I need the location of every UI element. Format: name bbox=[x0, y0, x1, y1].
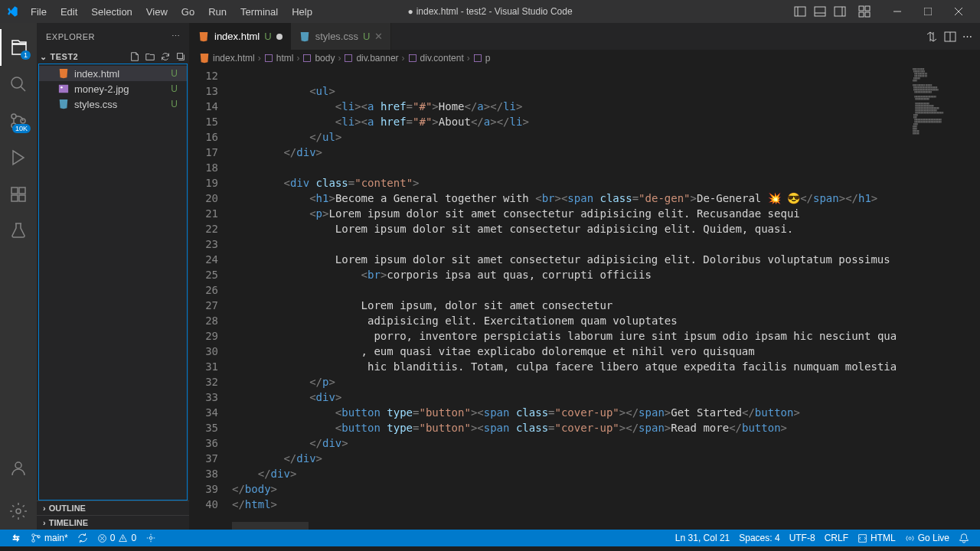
code-line[interactable]: hic blanditiis. Totam, culpa facere libe… bbox=[232, 359, 980, 374]
code-line[interactable]: <div> bbox=[232, 390, 980, 405]
layout-left-icon[interactable] bbox=[792, 3, 808, 20]
remote-indicator[interactable] bbox=[6, 533, 26, 543]
line-number: 27 bbox=[190, 298, 218, 313]
problems[interactable]: 0 0 bbox=[93, 533, 141, 543]
notifications-icon[interactable] bbox=[954, 533, 974, 543]
code-line[interactable]: porro, inventore perspiciatis laborum iu… bbox=[232, 328, 980, 344]
file-status: U bbox=[171, 68, 181, 79]
run-debug-tab[interactable] bbox=[0, 139, 37, 176]
menu-file[interactable]: File bbox=[24, 3, 53, 21]
code-line[interactable]: Lorem ipsum, dolor sit amet consectetur bbox=[232, 298, 980, 313]
language-mode[interactable]: HTML bbox=[853, 533, 900, 543]
layout-bottom-icon[interactable] bbox=[812, 3, 828, 20]
minimap[interactable]: ████ ██ ████ ██████ ████ ███ ██████ ██ █… bbox=[911, 67, 980, 220]
outline-section[interactable]: ›OUTLINE bbox=[37, 500, 189, 515]
breadcrumb-item[interactable]: body bbox=[302, 53, 335, 64]
horizontal-scrollbar[interactable] bbox=[232, 522, 309, 530]
code-content[interactable]: <ul> <li><a href="#">Home</a></li> <li><… bbox=[232, 67, 980, 530]
timeline-section[interactable]: ›TIMELINE bbox=[37, 515, 189, 530]
modified-dot-icon[interactable] bbox=[276, 34, 283, 40]
file-item-index-html[interactable]: index.htmlU bbox=[39, 66, 187, 81]
vscode-logo-icon bbox=[6, 5, 18, 18]
line-number: 19 bbox=[190, 175, 218, 191]
split-editor-icon[interactable] bbox=[944, 31, 956, 43]
menu-go[interactable]: Go bbox=[175, 3, 201, 21]
code-line[interactable]: </div> bbox=[232, 451, 980, 466]
tab-styles-css[interactable]: styles.cssU✕ bbox=[291, 23, 392, 50]
eol[interactable]: CRLF bbox=[820, 533, 853, 543]
menu-run[interactable]: Run bbox=[202, 3, 233, 21]
code-line[interactable]: <h1>Become a General together with <br><… bbox=[232, 191, 980, 206]
sync-icon[interactable] bbox=[73, 533, 93, 543]
code-line[interactable]: <li><a href="#">About</a></li> bbox=[232, 114, 980, 129]
refresh-icon[interactable] bbox=[160, 51, 171, 62]
timeline-label: TIMELINE bbox=[49, 518, 88, 527]
code-line[interactable]: <ul> bbox=[232, 83, 980, 99]
go-live[interactable]: Go Live bbox=[900, 533, 954, 543]
extensions-tab[interactable] bbox=[0, 176, 37, 213]
sidebar-more-icon[interactable]: ⋯ bbox=[172, 31, 181, 41]
code-line[interactable]: adipisicing elit. Exercitationem quam vo… bbox=[232, 313, 980, 328]
settings-gear-icon[interactable] bbox=[0, 493, 37, 530]
breadcrumb-item[interactable]: html bbox=[264, 53, 294, 64]
file-item-styles-css[interactable]: styles.cssU bbox=[39, 96, 187, 112]
code-line[interactable]: </p> bbox=[232, 374, 980, 390]
breadcrumb-item[interactable]: div.content bbox=[408, 53, 464, 64]
chevron-right-icon: › bbox=[402, 53, 405, 64]
code-line[interactable]: <button type="button"><span class="cover… bbox=[232, 405, 980, 420]
minimize-button[interactable] bbox=[882, 0, 913, 23]
code-line[interactable]: <div class="content"> bbox=[232, 175, 980, 191]
ports-icon[interactable] bbox=[141, 533, 161, 543]
menu-edit[interactable]: Edit bbox=[54, 3, 83, 21]
source-control-tab[interactable]: 10K bbox=[0, 103, 37, 139]
breadcrumb-item[interactable]: index.html bbox=[199, 53, 255, 64]
more-icon[interactable]: ⋯ bbox=[962, 31, 972, 42]
code-line[interactable]: <br>corporis ipsa aut quas, corrupti off… bbox=[232, 267, 980, 282]
code-line[interactable] bbox=[232, 160, 980, 175]
layout-right-icon[interactable] bbox=[831, 3, 848, 20]
folder-header[interactable]: ⌄ TEST2 bbox=[37, 50, 189, 64]
code-line[interactable]: <li><a href="#">Home</a></li> bbox=[232, 99, 980, 114]
code-line[interactable]: <p>Lorem ipsum dolor sit amet consectetu… bbox=[232, 206, 980, 221]
code-line[interactable] bbox=[232, 68, 980, 83]
compare-icon[interactable] bbox=[926, 31, 938, 43]
menu-help[interactable]: Help bbox=[286, 3, 318, 21]
new-folder-icon[interactable] bbox=[145, 51, 155, 62]
code-line[interactable] bbox=[232, 282, 980, 298]
code-line[interactable]: </html> bbox=[232, 497, 980, 512]
customize-layout-icon[interactable] bbox=[856, 3, 873, 20]
indentation[interactable]: Spaces: 4 bbox=[734, 533, 784, 543]
cursor-position[interactable]: Ln 31, Col 21 bbox=[671, 533, 734, 543]
close-button[interactable] bbox=[943, 0, 974, 23]
menu-selection[interactable]: Selection bbox=[85, 3, 138, 21]
search-tab[interactable] bbox=[0, 66, 37, 103]
accounts-icon[interactable] bbox=[0, 450, 37, 487]
breadcrumb-item[interactable]: div.banner bbox=[344, 53, 398, 64]
new-file-icon[interactable] bbox=[129, 51, 140, 62]
breadcrumb[interactable]: index.html› html› body› div.banner› div.… bbox=[190, 50, 980, 67]
code-editor[interactable]: 1213141516171819202122232425262728293031… bbox=[190, 67, 980, 530]
git-branch[interactable]: main* bbox=[26, 533, 73, 543]
code-line[interactable]: Lorem ipsum dolor sit amet consectetur a… bbox=[232, 221, 980, 236]
file-item-money-2-jpg[interactable]: money-2.jpgU bbox=[39, 81, 187, 96]
code-line[interactable]: <button type="button"><span class="cover… bbox=[232, 420, 980, 435]
svg-rect-6 bbox=[859, 6, 864, 11]
menu-terminal[interactable]: Terminal bbox=[234, 3, 284, 21]
close-icon[interactable]: ✕ bbox=[374, 31, 383, 42]
encoding[interactable]: UTF-8 bbox=[785, 533, 820, 543]
code-line[interactable]: , eum quasi vitae explicabo doloremque e… bbox=[232, 344, 980, 359]
tab-index-html[interactable]: index.htmlU bbox=[190, 23, 291, 50]
code-line[interactable]: Lorem ipsum dolor sit amet consectetur a… bbox=[232, 252, 980, 267]
code-line[interactable] bbox=[232, 236, 980, 252]
code-line[interactable]: </div> bbox=[232, 466, 980, 481]
code-line[interactable]: </ul> bbox=[232, 129, 980, 145]
explorer-tab[interactable]: 1 bbox=[0, 29, 37, 66]
collapse-all-icon[interactable] bbox=[175, 51, 186, 62]
code-line[interactable]: </div> bbox=[232, 435, 980, 451]
breadcrumb-item[interactable]: p bbox=[473, 53, 491, 64]
code-line[interactable]: </body> bbox=[232, 481, 980, 497]
code-line[interactable]: </div> bbox=[232, 145, 980, 160]
maximize-button[interactable] bbox=[913, 0, 943, 23]
testing-tab[interactable] bbox=[0, 213, 37, 249]
menu-view[interactable]: View bbox=[140, 3, 174, 21]
